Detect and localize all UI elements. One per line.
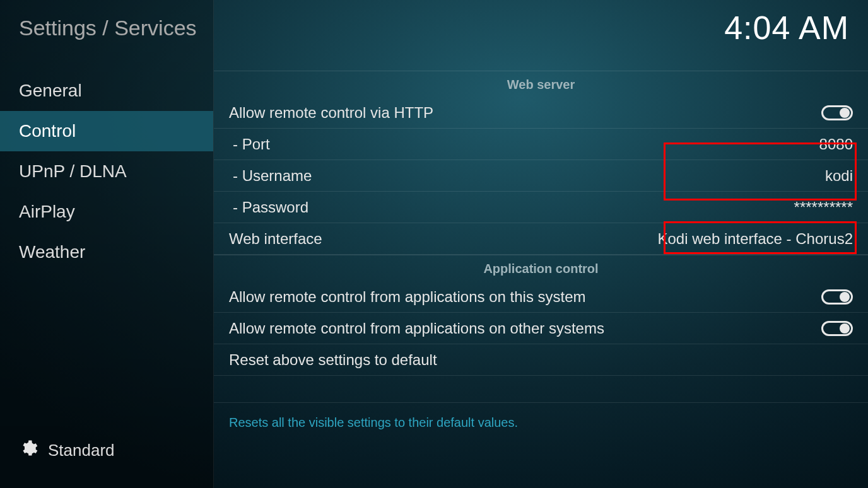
setting-port[interactable]: - Port 8080 <box>214 129 868 160</box>
setting-label: Allow remote control from applications o… <box>229 320 604 337</box>
sidebar-item-general[interactable]: General <box>0 71 213 111</box>
toggle-on-icon <box>821 105 853 120</box>
setting-value: Kodi web interface - Chorus2 <box>658 230 853 248</box>
app-root: Settings / Services 4:04 AM General Cont… <box>0 0 868 488</box>
setting-password[interactable]: - Password ********** <box>214 192 868 223</box>
sidebar-item-weather[interactable]: Weather <box>0 232 213 272</box>
toggle-on-icon <box>821 321 853 336</box>
setting-username[interactable]: - Username kodi <box>214 160 868 192</box>
help-text: Resets all the visible settings to their… <box>214 403 868 465</box>
setting-allow-apps-this-system[interactable]: Allow remote control from applications o… <box>214 281 868 313</box>
setting-value: ********** <box>794 199 853 216</box>
section-header-application-control: Application control <box>214 255 868 281</box>
main-panel: Web server Allow remote control via HTTP… <box>214 0 868 488</box>
setting-label: Allow remote control from applications o… <box>229 288 586 306</box>
setting-value: 8080 <box>819 136 853 153</box>
sidebar-item-airplay[interactable]: AirPlay <box>0 192 213 232</box>
gear-icon <box>19 439 38 462</box>
settings-level-button[interactable]: Standard <box>0 412 213 488</box>
setting-web-interface[interactable]: Web interface Kodi web interface - Choru… <box>214 223 868 255</box>
setting-allow-apps-other-systems[interactable]: Allow remote control from applications o… <box>214 313 868 344</box>
setting-allow-remote-http[interactable]: Allow remote control via HTTP <box>214 97 868 129</box>
setting-value: kodi <box>825 167 853 185</box>
setting-label: - Password <box>229 199 308 216</box>
sidebar: General Control UPnP / DLNA AirPlay Weat… <box>0 0 214 488</box>
setting-label: Reset above settings to default <box>229 351 437 369</box>
sidebar-item-upnp-dlna[interactable]: UPnP / DLNA <box>0 151 213 192</box>
settings-level-label: Standard <box>48 441 115 460</box>
setting-label: - Username <box>229 167 312 185</box>
sidebar-item-control[interactable]: Control <box>0 111 213 151</box>
setting-label: Web interface <box>229 230 322 248</box>
help-fade <box>214 465 868 488</box>
setting-label: - Port <box>229 136 270 153</box>
setting-reset-defaults[interactable]: Reset above settings to default <box>214 344 868 376</box>
spacer <box>214 376 868 403</box>
toggle-on-icon <box>821 289 853 305</box>
section-header-web-server: Web server <box>214 71 868 97</box>
setting-label: Allow remote control via HTTP <box>229 104 433 122</box>
